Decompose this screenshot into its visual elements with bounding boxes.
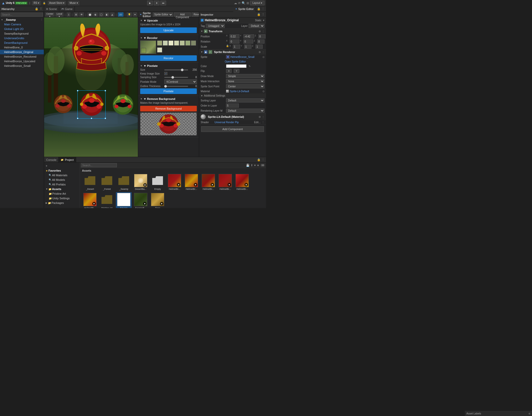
sprite-renderer-more-icon[interactable]: ⋮ — [262, 51, 264, 54]
swatch-6[interactable] — [185, 40, 190, 46]
assets-import-icon[interactable]: ⬆ — [251, 164, 253, 167]
apply-button[interactable]: Add Component — [174, 13, 191, 17]
outline-slider[interactable] — [164, 86, 188, 87]
assets-star-icon[interactable]: ★ — [257, 164, 259, 167]
tree-all-materials[interactable]: 🔍 All Materials — [45, 173, 79, 178]
sidebar-item-helmet-recolor[interactable]: HelmetBronze_Recolored — [0, 54, 44, 59]
hierarchy-menu-icon[interactable]: ⋮ — [39, 7, 42, 11]
sidebar-item-helmet-bone[interactable]: HelmetBone_0 — [0, 45, 44, 50]
scale-lock-icon[interactable]: 🔒 — [226, 45, 229, 49]
remove-bg-header[interactable]: ▼ ▼ Remove Background — [140, 97, 197, 100]
asset-helmet-br6[interactable]: ▶ HelmetBr... — [82, 192, 98, 208]
tree-add-btn[interactable]: + — [45, 164, 79, 168]
scale-x-input[interactable] — [233, 45, 240, 49]
tree-packages[interactable]: ▶ 📁 Packages — [45, 201, 79, 205]
sidebar-item-helmet-small[interactable]: HelmetBronze_Small — [0, 64, 44, 68]
add-component-button[interactable]: Add Component — [201, 126, 264, 132]
pos-z-input[interactable] — [258, 34, 265, 38]
material-target-icon[interactable]: ⊙ — [262, 90, 264, 93]
pixelate-header[interactable]: ▼ ▼ Pixelate — [140, 64, 197, 67]
upscale-button[interactable]: Upscale — [140, 27, 197, 33]
swatch-7[interactable] — [191, 40, 196, 46]
object-active-checkbox[interactable]: ✓ — [201, 19, 204, 22]
pixelate-button[interactable]: Pixelate — [140, 88, 197, 94]
center-dropdown[interactable]: Center ▾ — [45, 12, 55, 17]
muse-button[interactable]: Muse ▾ — [68, 1, 79, 5]
material-header[interactable]: Sprite-Lit-Default (Material) ⚙ ⋮ — [199, 113, 266, 120]
lighting-btn[interactable]: 💡 — [127, 12, 132, 17]
tab-console[interactable]: Console — [44, 157, 59, 163]
pixelate-mode-dropdown[interactable]: KCentroid — [164, 79, 197, 84]
sprite-renderer-check[interactable]: ✓ — [209, 50, 212, 54]
swatch-2[interactable] — [163, 40, 168, 46]
sampling-slider[interactable] — [164, 77, 188, 78]
sidebar-item-helmet-upscale[interactable]: HelmetBronze_Upscaled — [0, 59, 44, 64]
sidebar-item-desert-bg[interactable]: DesertBackground — [0, 40, 44, 45]
tree-all-prefabs[interactable]: 🔍 All Prefabs — [45, 182, 79, 187]
tag-dropdown[interactable]: Untagged — [206, 24, 225, 28]
swatch-5[interactable] — [180, 40, 185, 46]
sorting-layer-dropdown[interactable]: Default — [226, 98, 264, 102]
viewport-menu-icon[interactable]: ⋮ — [262, 7, 264, 11]
local-dropdown[interactable]: Local ▾ — [55, 12, 64, 17]
color-preview[interactable] — [226, 64, 247, 68]
rot-y-input[interactable] — [243, 39, 253, 44]
sidebar-item-undersea[interactable]: UnderseaGrotto — [0, 36, 44, 40]
tree-pristine-art[interactable]: 📁 Pristine Art — [45, 191, 79, 196]
recolor-button[interactable]: Recolor — [140, 55, 197, 61]
selection-handle-bc[interactable] — [91, 118, 92, 119]
cloud-icon[interactable]: ☁ — [234, 1, 237, 5]
fx-btn[interactable]: ✦ — [133, 12, 137, 17]
bottom-menu-icon[interactable]: ⋮ — [262, 158, 264, 161]
rot-x-input[interactable] — [230, 39, 239, 44]
additional-settings-section[interactable]: ▼ Additional Settings — [199, 93, 266, 98]
rot-z-input[interactable] — [257, 39, 264, 44]
asset-empty[interactable]: Empty — [150, 173, 166, 191]
flip-y-button[interactable]: Y — [234, 69, 239, 73]
scene-effect2[interactable]: ◐ — [93, 12, 98, 17]
step-button[interactable]: ⏭ — [160, 1, 166, 5]
search-icon[interactable]: 🔍 — [242, 1, 245, 5]
selection-handle-tr[interactable] — [105, 90, 106, 91]
bottom-lock-icon[interactable]: 🔒 — [257, 158, 261, 161]
swatch-3[interactable] — [168, 40, 173, 46]
size-slider-thumb[interactable] — [181, 69, 183, 71]
asset-helmet-br2[interactable]: ▶ HelmetBr... — [183, 173, 199, 191]
layer-dropdown[interactable]: Default — [249, 24, 264, 28]
transform-settings-icon[interactable]: ⚙ — [259, 30, 261, 33]
resolution-btn[interactable]: 1 — [67, 12, 70, 17]
scene-effect1[interactable]: ⬤ — [87, 12, 93, 17]
sidebar-item-swamp-bg[interactable]: SwampBackground — [0, 31, 44, 36]
recolor-header[interactable]: ▼ ▼ Recolor — [140, 36, 197, 39]
asset-helmet-br1[interactable]: ▶ HelmetBr... — [167, 173, 182, 191]
tab-game[interactable]: 🎮 Game — [59, 6, 75, 12]
tab-project[interactable]: 📁 Project — [59, 157, 76, 163]
panels-icon[interactable]: ⊞ — [247, 1, 249, 5]
asset-forest[interactable]: _Forest — [99, 173, 115, 191]
asset-tiara[interactable]: ▶ Tiara — [150, 192, 166, 208]
helmet-small-1[interactable] — [52, 93, 75, 116]
asset-swamp-b[interactable]: ▶ SwampB... — [133, 192, 149, 208]
sprite-editor-dropdown[interactable]: Sprite Editor — [153, 13, 173, 17]
asset-helmet-br3[interactable]: ▶ HelmetBr... — [200, 173, 216, 191]
flip-x-button[interactable]: X — [226, 69, 232, 73]
sidebar-item-helmet-orig[interactable]: HelmetBronze_Original — [0, 50, 44, 54]
pause-button[interactable]: ⏸ — [154, 1, 159, 5]
asset-desert[interactable]: _Desert — [82, 173, 98, 191]
shader-value[interactable]: Universal Render Pip — [214, 121, 253, 124]
inspector-menu-icon[interactable]: ⋮ — [262, 13, 264, 16]
helmet-small-3[interactable] — [110, 93, 136, 117]
scene-effect3[interactable]: ◯ — [99, 12, 104, 17]
draw-mode-dropdown[interactable]: Simple — [226, 74, 264, 78]
scene-effect5[interactable]: ◭ — [110, 12, 115, 17]
mask-dropdown[interactable]: None — [226, 79, 264, 83]
rs-button[interactable]: RS ▾ — [32, 1, 41, 5]
tree-unity-settings[interactable]: 📁 Unity Settings — [45, 196, 79, 201]
assets-favorite-icon[interactable]: ♥ — [254, 164, 256, 167]
material-settings-icon[interactable]: ⚙ — [259, 116, 261, 118]
asset-helmet-br5[interactable]: ▶ HelmetBr... — [234, 173, 250, 191]
tree-assets[interactable]: ▼ 📁 Assets — [45, 187, 79, 191]
layout-button[interactable]: Layout ▾ — [250, 1, 264, 5]
selection-handle-tl[interactable] — [77, 90, 78, 91]
remove-bg-button[interactable]: Remove Background — [140, 106, 197, 111]
